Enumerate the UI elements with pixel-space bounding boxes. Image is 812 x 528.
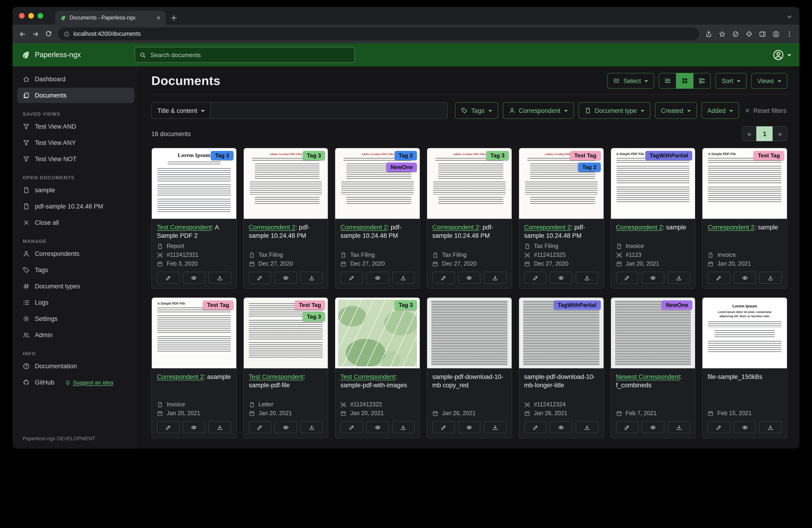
edit-button[interactable]: [432, 272, 455, 284]
edit-button[interactable]: [616, 421, 638, 433]
document-thumbnail[interactable]: Adobe Acrobat PDF Files Tag 2 NewOne: [335, 148, 420, 219]
document-card[interactable]: A Simple PDF File TagWithPartial Corresp…: [610, 148, 695, 289]
tag-badge[interactable]: Tag 3: [303, 151, 325, 160]
view-button[interactable]: [550, 421, 572, 433]
edit-button[interactable]: [340, 421, 363, 433]
tag-badge[interactable]: Test Tag: [203, 300, 233, 310]
view-button[interactable]: [550, 272, 572, 284]
sidebar-item-tags[interactable]: Tags: [17, 262, 134, 278]
sidebar-item-test-view-not[interactable]: Test View NOT: [17, 152, 134, 167]
correspondent-link[interactable]: Test Correspondent: [157, 224, 212, 231]
correspondent-filter-button[interactable]: Correspondent: [503, 102, 574, 119]
download-button[interactable]: [392, 421, 415, 433]
correspondent-link[interactable]: Correspondent 2: [157, 373, 204, 380]
document-thumbnail[interactable]: Adobe Acrobat PDF Files Tag 3: [244, 148, 328, 219]
zoom-window-button[interactable]: [38, 13, 43, 18]
correspondent-link[interactable]: Correspondent 2: [524, 224, 571, 231]
tag-badge[interactable]: Tag 2: [394, 151, 417, 160]
view-button[interactable]: [734, 421, 756, 433]
search-tabs-icon[interactable]: [786, 13, 793, 20]
new-tab-button[interactable]: [170, 14, 177, 22]
tag-badge[interactable]: Tag 3: [486, 151, 509, 160]
document-card[interactable]: Lorem ipsum Lorem ipsum dolor sit amet, …: [702, 297, 787, 438]
document-type-filter-button[interactable]: Document type: [579, 102, 650, 119]
correspondent-link[interactable]: Correspondent 2: [340, 224, 387, 231]
next-page-button[interactable]: »: [772, 126, 787, 141]
views-button[interactable]: Views: [751, 73, 787, 89]
document-card[interactable]: A Simple PDF File Test Tag Correspondent…: [702, 148, 787, 289]
tag-badge[interactable]: Tag 2: [578, 162, 600, 172]
document-thumbnail[interactable]: Lorem ipsum Lorem ipsum dolor sit amet, …: [703, 298, 787, 369]
view-button[interactable]: [458, 421, 480, 433]
correspondent-link[interactable]: Correspondent 2: [616, 224, 663, 231]
view-button[interactable]: [275, 421, 297, 433]
download-button[interactable]: [667, 272, 690, 284]
document-thumbnail[interactable]: NewOne: [611, 298, 695, 369]
browser-tab[interactable]: Documents - Paperless-ngx: [55, 11, 166, 25]
created-filter-button[interactable]: Created: [655, 102, 697, 119]
view-button[interactable]: [734, 272, 756, 284]
tag-badge[interactable]: Tag 3: [303, 312, 325, 322]
view-button[interactable]: [642, 421, 664, 433]
document-card[interactable]: Lorem Ipsum Tag 2 Test Correspondent: A …: [151, 148, 236, 289]
download-button[interactable]: [759, 421, 782, 433]
download-button[interactable]: [759, 272, 782, 284]
status-icon[interactable]: [732, 30, 739, 38]
sidebar-item-test-view-any[interactable]: Test View ANY: [17, 135, 134, 151]
list-view-button[interactable]: [659, 73, 677, 89]
view-button[interactable]: [642, 272, 664, 284]
site-info-icon[interactable]: [63, 31, 70, 37]
sidebar-item-admin[interactable]: Admin: [17, 327, 134, 343]
edit-button[interactable]: [524, 272, 547, 284]
sidebar-item-documents[interactable]: Documents: [17, 88, 134, 103]
sidebar-item-github[interactable]: GitHub Suggest an idea: [17, 375, 134, 390]
tag-badge[interactable]: TagWithPartial: [554, 300, 600, 310]
extensions-icon[interactable]: [745, 30, 753, 38]
close-tab-icon[interactable]: [156, 15, 161, 20]
download-button[interactable]: [576, 421, 598, 433]
download-button[interactable]: [300, 421, 323, 433]
document-card[interactable]: NewOne Newest Correspondent: f_combineds…: [610, 297, 695, 438]
select-button[interactable]: Select: [607, 73, 654, 89]
document-card[interactable]: Adobe Acrobat PDF Files Tag 2 NewOne Cor…: [335, 148, 420, 289]
edit-button[interactable]: [157, 272, 179, 284]
document-card[interactable]: Tag 3 Test Correspondent: sample-pdf-wit…: [335, 297, 420, 438]
document-card[interactable]: Adobe Acrobat PDF Files Test Tag Tag 2 C…: [519, 148, 604, 289]
sidebar-item-dashboard[interactable]: Dashboard: [17, 72, 134, 87]
reset-filters-button[interactable]: Reset filters: [743, 107, 787, 114]
download-button[interactable]: [576, 272, 598, 284]
download-button[interactable]: [667, 421, 690, 433]
previous-page-button[interactable]: «: [742, 126, 757, 141]
back-icon[interactable]: [19, 30, 26, 38]
download-button[interactable]: [484, 272, 507, 284]
added-filter-button[interactable]: Added: [701, 102, 739, 119]
title-content-dropdown[interactable]: Title & content: [151, 102, 211, 119]
document-thumbnail[interactable]: TagWithPartial: [519, 298, 603, 369]
correspondent-link[interactable]: Newest Correspondent: [616, 373, 680, 380]
profile-icon[interactable]: [772, 30, 780, 38]
suggest-an-idea-link[interactable]: Suggest an idea: [65, 379, 113, 386]
view-button[interactable]: [183, 272, 205, 284]
edit-button[interactable]: [249, 421, 271, 433]
edit-button[interactable]: [524, 421, 547, 433]
edit-button[interactable]: [708, 272, 730, 284]
app-brand[interactable]: Paperless-ngx: [21, 50, 81, 59]
download-button[interactable]: [392, 272, 415, 284]
document-thumbnail[interactable]: Adobe Acrobat PDF Files Test Tag Tag 2: [519, 148, 603, 219]
view-button[interactable]: [183, 421, 205, 433]
document-card[interactable]: sample-pdf-download-10-mb copy_red Jan 2…: [427, 297, 512, 438]
document-card[interactable]: Test Tag Tag 3 Test Correspondent: sampl…: [243, 297, 328, 438]
tag-badge[interactable]: NewOne: [662, 300, 693, 310]
title-content-input[interactable]: [211, 102, 448, 119]
document-thumbnail[interactable]: A Simple PDF File Test Tag: [703, 148, 787, 219]
edit-button[interactable]: [249, 272, 271, 284]
tag-badge[interactable]: Test Tag: [570, 151, 600, 160]
correspondent-link[interactable]: Correspondent 2: [432, 224, 479, 231]
download-button[interactable]: [208, 421, 231, 433]
forward-icon[interactable]: [32, 30, 39, 38]
browser-menu-icon[interactable]: [786, 30, 793, 38]
view-button[interactable]: [366, 272, 389, 284]
detail-view-button[interactable]: [693, 73, 711, 89]
edit-button[interactable]: [340, 272, 363, 284]
download-button[interactable]: [484, 421, 507, 433]
